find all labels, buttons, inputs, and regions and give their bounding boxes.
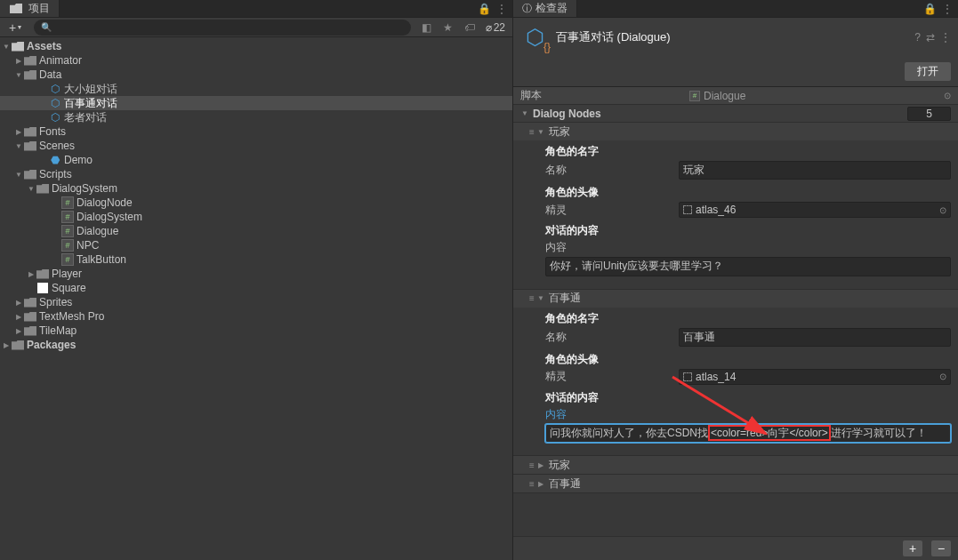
inspector-panel: ⓘ 检查器 🔒 ⋮ ⬡{} 百事通对话 (Dialogue) ? ⇄ ⋮ 打开 …: [513, 0, 958, 560]
dialog-node-header[interactable]: ≡百事通: [513, 290, 958, 308]
add-node-button[interactable]: +: [903, 540, 922, 556]
tree-script-item[interactable]: #DialogNode: [0, 196, 512, 210]
csharp-icon: #: [61, 211, 74, 223]
tree-player[interactable]: Player: [0, 267, 512, 281]
inspector-tab[interactable]: ⓘ 检查器: [513, 0, 577, 17]
filter-favorite-button[interactable]: ★: [439, 20, 457, 36]
dialog-node-header[interactable]: ≡玩家: [513, 456, 958, 474]
tree-animator[interactable]: Animator: [0, 53, 512, 68]
lock-icon[interactable]: 🔒: [923, 3, 937, 15]
dialog-node-header[interactable]: ≡百事通: [513, 475, 958, 492]
project-tab[interactable]: 项目: [0, 0, 60, 17]
dialog-node: ≡玩家 角色的名字 名称玩家 角色的头像 精灵atlas_46⊙ 对话的内容 内…: [513, 123, 958, 290]
dialog-node-header[interactable]: ≡玩家: [513, 123, 958, 140]
tree-data-item[interactable]: ⬡老者对话: [0, 110, 512, 124]
asset-title: 百事通对话 (Dialogue): [556, 29, 907, 45]
help-icon[interactable]: ?: [914, 31, 921, 44]
dialog-node: ≡玩家: [513, 456, 958, 475]
tree-scripts[interactable]: Scripts: [0, 167, 512, 181]
menu-icon[interactable]: ⋮: [496, 3, 507, 15]
script-value[interactable]: # Dialogue ⊙: [689, 90, 951, 102]
folder-icon: [9, 2, 23, 16]
sprite-thumb-icon: [683, 205, 692, 214]
inspector-tab-label: 检查器: [535, 1, 568, 16]
content-textarea[interactable]: 问我你就问对人了，你去CSDN找<color=red>向宇</color>进行学…: [545, 424, 951, 444]
preset-icon[interactable]: ⇄: [926, 31, 935, 44]
filter-type-button[interactable]: ◧: [418, 20, 436, 36]
tree-textmeshpro[interactable]: TextMesh Pro: [0, 309, 512, 324]
project-toolbar: +▾ 🔍 ◧ ★ 🏷 ⌀ 22: [0, 18, 512, 37]
content-textarea[interactable]: 你好，请问Unity应该要去哪里学习？: [545, 257, 951, 276]
project-panel: 项目 🔒 ⋮ +▾ 🔍 ◧ ★ 🏷 ⌀ 22 Assets Animator D…: [0, 0, 513, 560]
tree-demo[interactable]: ⬣Demo: [0, 153, 512, 167]
tree-tilemap[interactable]: TileMap: [0, 324, 512, 338]
menu-icon[interactable]: ⋮: [942, 3, 953, 15]
tree-packages[interactable]: Packages: [0, 338, 512, 352]
open-button[interactable]: 打开: [905, 62, 951, 81]
name-input[interactable]: 百事通: [679, 328, 951, 347]
sprite-thumb-icon: [683, 372, 692, 381]
csharp-icon: #: [61, 253, 74, 266]
tree-script-item[interactable]: #DialogSystem: [0, 210, 512, 224]
tree-data[interactable]: Data: [0, 68, 512, 82]
prefab-icon: ⬡: [48, 82, 62, 96]
prefab-icon: ⬡: [48, 96, 62, 110]
sprite-field[interactable]: atlas_14⊙: [679, 369, 951, 385]
project-tab-label: 项目: [28, 1, 50, 16]
dialog-node: ≡百事通: [513, 475, 958, 493]
search-input[interactable]: [52, 22, 403, 33]
tree-sprites[interactable]: Sprites: [0, 295, 512, 309]
search-icon: 🔍: [41, 22, 52, 32]
hidden-count: ⌀ 22: [482, 21, 509, 34]
object-picker-icon[interactable]: ⊙: [939, 372, 946, 381]
tree-data-item[interactable]: ⬡百事通对话: [0, 96, 512, 110]
asset-icon: ⬡{}: [520, 23, 549, 52]
inspector-tab-bar: ⓘ 检查器 🔒 ⋮: [513, 0, 958, 18]
inspector-header: ⬡{} 百事通对话 (Dialogue) ? ⇄ ⋮ 打开: [513, 18, 958, 87]
dialog-nodes-count[interactable]: 5: [907, 107, 951, 121]
project-tab-bar: 项目 🔒 ⋮: [0, 0, 512, 18]
csharp-icon: #: [61, 239, 74, 252]
project-search[interactable]: 🔍: [34, 20, 410, 36]
tree-dialogsystem[interactable]: DialogSystem: [0, 181, 512, 196]
object-picker-icon[interactable]: ⊙: [939, 205, 946, 215]
tree-square[interactable]: Square: [0, 281, 512, 295]
tree-assets[interactable]: Assets: [0, 39, 512, 53]
visibility-icon: ⌀: [486, 21, 492, 34]
csharp-icon: #: [61, 196, 74, 209]
sprite-icon: [37, 283, 48, 293]
prefab-icon: ⬡: [48, 110, 62, 124]
menu-icon[interactable]: ⋮: [940, 31, 951, 44]
scene-icon: ⬣: [48, 153, 62, 167]
add-button[interactable]: +▾: [4, 20, 27, 36]
dialog-node: ≡百事通 角色的名字 名称百事通 角色的头像 精灵atlas_14⊙ 对话的内容…: [513, 290, 958, 457]
tree-script-item[interactable]: #NPC: [0, 238, 512, 252]
project-tree: Assets Animator Data ⬡大小姐对话 ⬡百事通对话 ⬡老者对话…: [0, 37, 512, 560]
tree-script-item[interactable]: #TalkButton: [0, 252, 512, 267]
sprite-field[interactable]: atlas_46⊙: [679, 202, 951, 218]
filter-label-button[interactable]: 🏷: [461, 20, 479, 36]
tree-fonts[interactable]: Fonts: [0, 124, 512, 139]
csharp-icon: #: [61, 225, 74, 237]
object-picker-icon[interactable]: ⊙: [944, 91, 951, 100]
name-input[interactable]: 玩家: [679, 161, 951, 180]
annotation-highlight: <color=red>向宇</color>: [708, 425, 831, 441]
remove-node-button[interactable]: −: [931, 540, 951, 556]
dialog-nodes-header[interactable]: Dialog Nodes 5: [513, 105, 958, 123]
info-icon: ⓘ: [522, 2, 532, 15]
script-row: 脚本 # Dialogue ⊙: [513, 87, 958, 105]
csharp-icon: #: [689, 91, 700, 101]
tree-data-item[interactable]: ⬡大小姐对话: [0, 82, 512, 96]
tree-scenes[interactable]: Scenes: [0, 139, 512, 153]
script-label: 脚本: [520, 88, 689, 103]
tree-script-item[interactable]: #Dialogue: [0, 224, 512, 238]
lock-icon[interactable]: 🔒: [478, 3, 491, 15]
list-footer: + −: [513, 536, 958, 560]
